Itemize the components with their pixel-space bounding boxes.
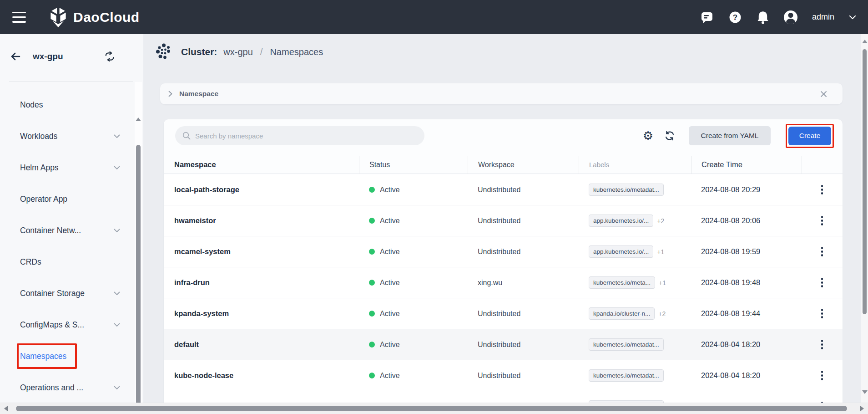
sidebar-scroll-thumb[interactable]	[136, 145, 141, 414]
refresh-icon[interactable]	[664, 130, 675, 141]
close-icon[interactable]	[820, 91, 827, 97]
label-extra-count[interactable]: +1	[659, 279, 666, 286]
actions-cell	[802, 307, 843, 320]
status-dot-icon	[369, 280, 375, 286]
notifications-bell-icon[interactable]	[757, 10, 769, 24]
user-avatar[interactable]	[784, 10, 797, 24]
scroll-right-arrow-icon[interactable]	[860, 406, 864, 411]
sidebar-item-helm-apps[interactable]: Helm Apps	[0, 152, 135, 184]
brand-name: DaoCloud	[73, 10, 140, 25]
sidebar-item-container-storage[interactable]: Container Storage	[0, 278, 135, 309]
sidebar-item-label: Helm Apps	[20, 163, 59, 173]
sidebar-item-operations-and[interactable]: Operations and ...	[0, 372, 135, 404]
label-chip[interactable]: kpanda.io/cluster-n...	[589, 307, 655, 320]
kebab-menu-icon[interactable]	[819, 276, 825, 289]
user-menu-chevron-down-icon[interactable]	[849, 15, 856, 20]
namespace-name[interactable]: kpanda-system	[164, 309, 359, 318]
brand-logo[interactable]: DaoCloud	[49, 7, 140, 28]
sidebar-item-namespaces[interactable]: Namespaces	[0, 341, 135, 372]
gear-icon[interactable]: ⚙	[643, 130, 653, 142]
column-header-namespace[interactable]: Namespace	[164, 156, 359, 174]
table-row[interactable]: default Active Undistributed kubernetes.…	[164, 329, 843, 360]
namespace-name[interactable]: hwameistor	[164, 216, 359, 225]
horizontal-scrollbar[interactable]	[0, 403, 868, 414]
breadcrumb-prefix: Cluster:	[181, 46, 217, 57]
cluster-switch-icon[interactable]	[104, 51, 115, 61]
workspace-cell: Undistributed	[468, 186, 579, 194]
kebab-menu-icon[interactable]	[819, 183, 825, 196]
search-icon	[182, 132, 191, 140]
table-row[interactable]: infra-drun Active xing.wu kubernetes.io/…	[164, 267, 843, 298]
kebab-menu-icon[interactable]	[819, 369, 825, 382]
kebab-menu-icon[interactable]	[819, 245, 825, 258]
labels-cell: kubernetes.io/meta... +1	[579, 276, 691, 289]
namespace-name[interactable]: default	[164, 340, 359, 349]
namespace-name[interactable]: kube-node-lease	[164, 371, 359, 380]
sidebar-item-operator-app[interactable]: Operator App	[0, 184, 135, 215]
labels-cell: app.kubernetes.io/... +1	[579, 245, 691, 258]
horizontal-scroll-thumb[interactable]	[16, 406, 847, 411]
sidebar-item-workloads[interactable]: Workloads	[0, 121, 135, 152]
label-chip[interactable]: kubernetes.io/metadat...	[589, 184, 664, 196]
sidebar-item-label: Operator App	[20, 194, 67, 204]
cluster-dots-icon	[156, 43, 172, 61]
status-cell: Active	[359, 341, 468, 349]
column-header-create-time[interactable]: Create Time	[691, 156, 802, 174]
label-chip[interactable]: app.kubernetes.io/...	[589, 215, 653, 227]
sidebar-scrollbar[interactable]	[135, 82, 142, 414]
kebab-menu-icon[interactable]	[819, 307, 825, 320]
label-chip[interactable]: kubernetes.io/metadat...	[589, 338, 664, 351]
breadcrumb-cluster-link[interactable]: wx-gpu	[223, 47, 252, 57]
scroll-left-arrow-icon[interactable]	[4, 406, 8, 411]
help-icon[interactable]: ?	[728, 10, 742, 24]
label-extra-count[interactable]: +1	[657, 248, 664, 256]
table-row[interactable]: mcamel-system Active Undistributed app.k…	[164, 236, 843, 267]
sidebar-item-configmaps-s[interactable]: ConfigMaps & S...	[0, 309, 135, 341]
status-text: Active	[380, 310, 400, 318]
table-row[interactable]: hwameistor Active Undistributed app.kube…	[164, 205, 843, 236]
search-box[interactable]	[175, 126, 424, 145]
column-header-labels[interactable]: Labels	[579, 156, 691, 174]
label-chip[interactable]: kubernetes.io/metadat...	[589, 369, 664, 382]
kebab-menu-icon[interactable]	[819, 214, 825, 227]
label-chip[interactable]: app.kubernetes.io/...	[589, 245, 653, 258]
scroll-up-arrow-icon[interactable]	[862, 40, 868, 43]
scroll-up-arrow-icon[interactable]	[136, 118, 141, 121]
actions-cell	[802, 245, 843, 258]
sidebar-item-label: Container Netw...	[20, 226, 81, 235]
label-chip[interactable]: kubernetes.io/meta...	[589, 276, 655, 289]
username-label[interactable]: admin	[812, 12, 834, 22]
chevron-right-icon[interactable]	[168, 91, 172, 97]
chevron-down-icon	[114, 291, 120, 296]
namespace-name[interactable]: infra-drun	[164, 278, 359, 287]
messages-icon[interactable]	[700, 10, 714, 24]
hamburger-menu-icon[interactable]	[12, 12, 26, 23]
table-row[interactable]: local-path-storage Active Undistributed …	[164, 174, 843, 205]
vertical-scrollbar[interactable]	[861, 34, 868, 403]
namespace-name[interactable]: local-path-storage	[164, 185, 359, 194]
back-arrow-icon[interactable]	[10, 51, 21, 61]
create-button[interactable]: Create	[788, 127, 831, 145]
create-time-cell: 2024-08-08 20:29	[691, 185, 802, 194]
actions-cell	[802, 369, 843, 382]
table-row[interactable]: kube-node-lease Active Undistributed kub…	[164, 360, 843, 391]
label-extra-count[interactable]: +2	[658, 310, 666, 317]
search-input[interactable]	[195, 132, 414, 140]
scroll-down-arrow-icon[interactable]	[862, 390, 868, 394]
sidebar-item-container-netw[interactable]: Container Netw...	[0, 215, 135, 246]
namespace-name[interactable]: mcamel-system	[164, 247, 359, 256]
sidebar-item-crds[interactable]: CRDs	[0, 246, 135, 278]
vertical-scroll-thumb[interactable]	[863, 49, 867, 314]
column-header-status[interactable]: Status	[359, 156, 468, 174]
status-dot-icon	[369, 249, 375, 255]
label-extra-count[interactable]: +2	[657, 217, 664, 225]
sidebar-item-nodes[interactable]: Nodes	[0, 89, 135, 121]
table-row[interactable]: kube-public Active Undistributed kuberne…	[164, 391, 843, 403]
topbar: DaoCloud ?	[0, 0, 868, 34]
kebab-menu-icon[interactable]	[819, 338, 825, 351]
table-row[interactable]: kpanda-system Active Undistributed kpand…	[164, 298, 843, 329]
sidebar-nav: Nodes Workloads Helm Apps Operator App	[0, 89, 135, 404]
create-from-yaml-button[interactable]: Create from YAML	[689, 126, 771, 145]
status-text: Active	[380, 279, 400, 287]
column-header-workspace[interactable]: Workspace	[468, 156, 579, 174]
